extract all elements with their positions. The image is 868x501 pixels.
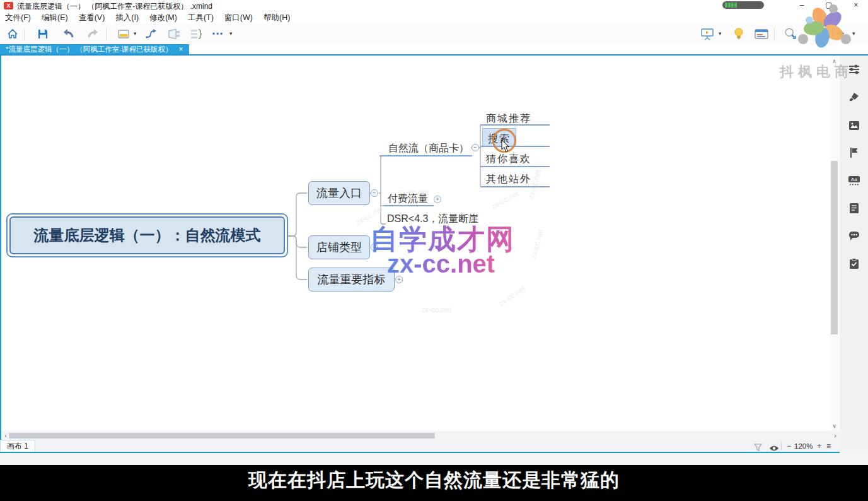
sheet-bar	[1, 440, 840, 452]
tab-label: *流量底层逻辑（一） （阿枫工作室-课程已获版权）	[6, 45, 173, 54]
lightbulb-icon[interactable]	[731, 27, 746, 42]
mouse-cursor	[501, 140, 511, 156]
format-panel-icon[interactable]	[754, 27, 769, 42]
branch-topic-metrics[interactable]: 流量重要指标	[308, 268, 395, 292]
presentation-icon[interactable]	[700, 27, 715, 42]
corner-watermark: 抖枫电商	[780, 62, 853, 81]
notes-icon[interactable]	[848, 202, 860, 215]
svg-text:Aa: Aa	[851, 177, 857, 182]
save-icon[interactable]	[35, 27, 50, 42]
subtitle-text: 现在在抖店上玩这个自然流量还是非常猛的	[248, 468, 620, 493]
topic-other-offsite[interactable]: 其他站外	[486, 173, 531, 186]
faint-watermark: zx-cc.net	[421, 305, 451, 314]
branch-topic-shop-label: 店铺类型	[316, 240, 362, 255]
comment-icon[interactable]	[848, 230, 860, 242]
topic-natural-flow[interactable]: 自然流（商品卡）	[388, 142, 469, 155]
zoom-fit-button[interactable]: ≡	[826, 442, 831, 451]
menu-window[interactable]: 窗口(W)	[224, 13, 253, 23]
status-bar: 画布 ('画布 1') 自动保存: 关闭 ◦ DESKTOP-A225IUP	[0, 453, 868, 465]
menu-modify[interactable]: 修改(M)	[149, 13, 177, 23]
summary-icon[interactable]	[189, 27, 204, 42]
pinwheel-logo-watermark	[788, 4, 861, 53]
xmind-app-icon: X	[4, 2, 13, 9]
window-title: 流量底层逻辑（一） （阿枫工作室-课程已获版权） .xmind	[17, 1, 212, 12]
battery-indicator	[722, 1, 764, 9]
sheet-tab-canvas1[interactable]: 画布 1	[0, 440, 35, 452]
topic-underline	[480, 186, 550, 187]
active-document-tab[interactable]: *流量底层逻辑（一） （阿枫工作室-课程已获版权） ×	[0, 44, 189, 54]
branch-topic-entry[interactable]: 流量入口	[308, 181, 370, 205]
chevron-down-icon[interactable]: ▾	[229, 30, 233, 37]
topic-paid-flow[interactable]: 付费流量	[388, 192, 428, 206]
collapse-toggle-natural[interactable]: −	[472, 144, 479, 151]
menu-view[interactable]: 查看(V)	[79, 13, 105, 23]
subtitle-band: 现在在抖店上玩这个自然流量还是非常猛的	[0, 465, 868, 501]
chevron-down-icon[interactable]: ▾	[719, 30, 722, 37]
topic-underline	[480, 166, 550, 167]
mindmap-canvas[interactable]: zx-cc.net zx-cc.net zx-cc.net zx-cc.net …	[1, 57, 830, 431]
chevron-down-icon[interactable]: ▾	[134, 30, 137, 37]
sheetbar-separator	[781, 442, 782, 450]
right-sidebar	[840, 56, 868, 453]
menu-tools[interactable]: 工具(T)	[188, 13, 214, 23]
branch-topic-shop[interactable]: 店铺类型	[308, 235, 370, 259]
vertical-scrollbar-thumb[interactable]	[831, 161, 838, 334]
topic-mall-recommend[interactable]: 商城推荐	[486, 112, 531, 126]
home-icon[interactable]	[5, 27, 20, 42]
menu-edit[interactable]: 编辑(E)	[42, 13, 68, 23]
root-topic[interactable]: 流量底层逻辑（一）：自然流模式	[9, 216, 285, 254]
redo-icon[interactable]	[86, 27, 101, 42]
label-aa-icon[interactable]: Aa	[848, 174, 860, 187]
undo-icon[interactable]	[61, 27, 76, 42]
document-tab-strip: *流量底层逻辑（一） （阿枫工作室-课程已获版权） ×	[0, 44, 868, 56]
image-icon[interactable]	[848, 119, 860, 132]
filter-icon[interactable]	[754, 442, 762, 454]
flag-marker-icon[interactable]	[848, 146, 860, 159]
menu-file[interactable]: 文件(F)	[5, 13, 31, 23]
branch-topic-entry-label: 流量入口	[316, 186, 362, 201]
zoom-out-button[interactable]: −	[787, 442, 791, 451]
title-bar: X 流量底层逻辑（一） （阿枫工作室-课程已获版权） .xmind – ▢ ×	[0, 0, 868, 11]
topic-underline	[480, 124, 550, 126]
topic-underline	[384, 205, 434, 206]
site-watermark-url: zx-cc.net	[387, 250, 495, 278]
toolbar-separator	[24, 28, 25, 40]
more-tools-icon[interactable]: •••	[211, 27, 226, 42]
menu-help[interactable]: 帮助(H)	[263, 13, 290, 23]
task-clipboard-icon[interactable]	[848, 257, 860, 270]
toolbar-separator	[774, 28, 775, 40]
topic-style-icon[interactable]	[116, 27, 131, 42]
zoom-level[interactable]: 120%	[794, 442, 813, 450]
boundary-icon[interactable]	[166, 27, 182, 42]
collapse-toggle-entry[interactable]: −	[371, 189, 378, 197]
toolbar-separator	[106, 28, 107, 40]
menu-bar: 文件(F) 编辑(E) 查看(V) 插入(I) 修改(M) 工具(T) 窗口(W…	[0, 11, 868, 24]
scroll-down-icon[interactable]: ∨	[830, 423, 839, 429]
scroll-left-icon[interactable]: ‹	[3, 432, 9, 439]
root-topic-label: 流量底层逻辑（一）：自然流模式	[34, 225, 261, 245]
tab-close-icon[interactable]: ×	[179, 45, 183, 53]
topic-underline	[379, 155, 472, 156]
expand-toggle-paid[interactable]: +	[434, 196, 441, 203]
horizontal-scrollbar-thumb[interactable]	[9, 433, 435, 439]
zoom-in-button[interactable]: +	[817, 442, 821, 451]
scroll-right-icon[interactable]: ›	[832, 432, 838, 439]
menu-insert[interactable]: 插入(I)	[115, 13, 139, 23]
relationship-icon[interactable]	[144, 27, 159, 42]
brush-icon[interactable]	[848, 91, 860, 103]
branch-topic-metrics-label: 流量重要指标	[318, 272, 386, 287]
